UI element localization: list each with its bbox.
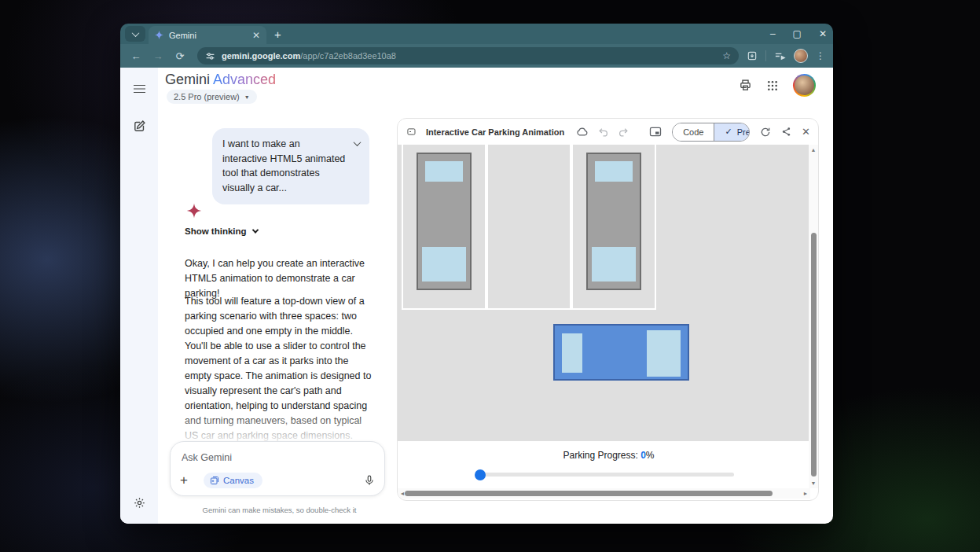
brand-gemini: Gemini xyxy=(165,72,210,87)
browser-profile-avatar[interactable] xyxy=(794,49,808,63)
window-maximize-button[interactable]: ▢ xyxy=(793,28,802,39)
tab-search-button[interactable] xyxy=(125,26,145,42)
parked-car-gray xyxy=(586,153,641,290)
undo-icon[interactable] xyxy=(598,127,608,137)
scroll-up-icon[interactable]: ▲ xyxy=(809,147,818,153)
tab-title: Gemini xyxy=(169,31,196,40)
printer-icon[interactable] xyxy=(739,79,752,92)
text-fade-overlay xyxy=(167,412,391,441)
toolbar-divider xyxy=(765,50,766,61)
parking-lot xyxy=(402,145,656,310)
canvas-chip[interactable]: Canvas xyxy=(204,473,262,488)
canvas-panel-header: Interactive Car Parking Animation Code ✓… xyxy=(398,119,818,145)
url-text: gemini.google.com/app/c7a2eb8ad3ee10a8 xyxy=(222,51,396,61)
vertical-scroll-thumb[interactable] xyxy=(811,233,817,477)
model-selector[interactable]: 2.5 Pro (preview)▼ xyxy=(167,90,257,104)
parking-space-occupied-2 xyxy=(571,145,656,310)
tab-close-icon[interactable]: ✕ xyxy=(252,30,260,41)
progress-value: 0 xyxy=(640,450,646,461)
moving-car-blue xyxy=(553,324,689,381)
scroll-right-icon[interactable]: ► xyxy=(801,491,810,496)
disclaimer-text: Gemini can make mistakes, so double-chec… xyxy=(167,506,391,514)
browser-window: Gemini ✕ + – ▢ ✕ ← → ⟳ gemini.google.com… xyxy=(120,24,833,524)
new-tab-button[interactable]: + xyxy=(274,28,281,41)
preview-tab[interactable]: ✓Preview xyxy=(714,123,750,141)
redo-icon[interactable] xyxy=(618,127,629,137)
app-title: Gemini Advanced xyxy=(165,72,276,88)
gemini-spark-icon xyxy=(155,31,163,39)
scroll-down-icon[interactable]: ▼ xyxy=(809,480,818,486)
url-domain: gemini.google.com xyxy=(222,51,300,61)
horizontal-scrollbar[interactable]: ◄ ► xyxy=(398,488,810,499)
gemini-app: Gemini Advanced 2.5 Pro (preview)▼ I wan… xyxy=(120,68,833,524)
prompt-input[interactable] xyxy=(182,452,373,463)
expand-chevron-icon[interactable] xyxy=(354,138,362,146)
progress-label: Parking Progress: xyxy=(563,450,637,461)
canvas-icon xyxy=(210,476,219,485)
refresh-icon[interactable] xyxy=(760,127,771,138)
parked-car-gray xyxy=(417,153,472,290)
canvas-chip-label: Canvas xyxy=(223,476,254,485)
car-windshield xyxy=(425,161,463,182)
progress-readout: Parking Progress: 0% xyxy=(398,441,819,461)
vertical-scrollbar[interactable]: ▲ ▼ xyxy=(809,145,818,488)
menu-hamburger-icon[interactable] xyxy=(130,79,149,98)
window-minimize-button[interactable]: – xyxy=(770,28,776,39)
new-chat-icon[interactable] xyxy=(130,116,149,135)
browser-menu-icon[interactable]: ⋮ xyxy=(816,50,825,61)
code-preview-toggle: Code ✓Preview xyxy=(672,123,750,142)
forward-button[interactable]: → xyxy=(149,50,167,62)
close-panel-icon[interactable]: ✕ xyxy=(802,126,810,138)
picture-in-picture-icon[interactable] xyxy=(649,127,662,137)
reload-button[interactable]: ⟳ xyxy=(171,50,189,62)
show-thinking-toggle[interactable]: Show thinking xyxy=(185,226,258,236)
parking-space-empty xyxy=(486,145,571,310)
address-bar[interactable]: gemini.google.com/app/c7a2eb8ad3ee10a8 ☆ xyxy=(197,47,739,64)
cloud-saved-icon xyxy=(576,127,588,136)
car-windshield xyxy=(647,330,681,377)
canvas-doc-icon xyxy=(407,127,416,137)
parking-space-occupied-1 xyxy=(402,145,486,310)
canvas-panel: Interactive Car Parking Animation Code ✓… xyxy=(397,118,819,501)
progress-slider[interactable] xyxy=(476,473,734,477)
preview-tab-label: Preview xyxy=(737,127,750,137)
microphone-icon[interactable] xyxy=(364,475,375,486)
account-avatar[interactable] xyxy=(793,74,816,97)
slider-thumb[interactable] xyxy=(475,469,486,480)
site-settings-icon[interactable] xyxy=(205,51,215,61)
car-rear-window xyxy=(422,247,466,282)
tab-gemini[interactable]: Gemini ✕ xyxy=(149,26,266,44)
chevron-down-icon xyxy=(131,29,139,37)
show-thinking-label: Show thinking xyxy=(185,226,247,236)
window-close-button[interactable]: ✕ xyxy=(819,28,827,39)
browser-toolbar: ← → ⟳ gemini.google.com/app/c7a2eb8ad3ee… xyxy=(120,44,833,68)
brand-advanced: Advanced xyxy=(213,72,276,87)
google-apps-grid-icon[interactable] xyxy=(766,79,779,92)
share-icon[interactable] xyxy=(781,127,791,137)
settings-gear-icon[interactable] xyxy=(130,493,149,512)
canvas-title: Interactive Car Parking Animation xyxy=(426,127,564,137)
tab-strip: Gemini ✕ + – ▢ ✕ xyxy=(120,24,833,44)
gemini-sparkle-icon xyxy=(186,203,202,219)
car-rear-window xyxy=(562,333,582,373)
prompt-input-card[interactable]: + Canvas xyxy=(170,441,385,496)
add-attachment-button[interactable]: + xyxy=(180,473,197,488)
user-prompt-bubble[interactable]: I want to make an interactive HTML5 anim… xyxy=(212,128,369,204)
code-tab-label: Code xyxy=(683,127,703,137)
progress-unit: % xyxy=(646,450,655,461)
chevron-down-icon: ▼ xyxy=(244,94,250,100)
chevron-down-icon xyxy=(251,226,258,233)
car-rear-window xyxy=(592,247,636,282)
url-path: /app/c7a2eb8ad3ee10a8 xyxy=(300,51,396,61)
back-button[interactable]: ← xyxy=(127,50,145,62)
user-prompt-text: I want to make an interactive HTML5 anim… xyxy=(222,138,345,193)
horizontal-scroll-thumb[interactable] xyxy=(405,491,773,496)
sidebar xyxy=(120,68,158,524)
tab-organizer-icon[interactable] xyxy=(774,51,786,61)
model-label: 2.5 Pro (preview) xyxy=(174,92,240,101)
bookmark-star-icon[interactable]: ☆ xyxy=(722,50,731,61)
code-tab[interactable]: Code xyxy=(673,123,714,141)
animation-preview[interactable] xyxy=(398,145,819,441)
check-icon: ✓ xyxy=(725,127,732,137)
downloads-icon[interactable] xyxy=(747,50,758,61)
